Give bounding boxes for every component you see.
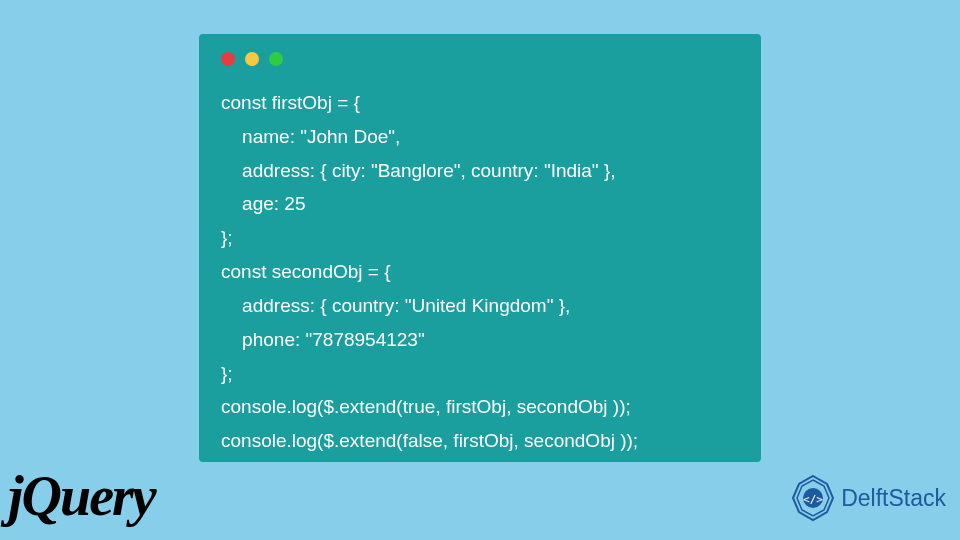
delftstack-logo: </> DelftStack <box>789 474 946 522</box>
window-buttons <box>221 52 739 66</box>
code-window: const firstObj = { name: "John Doe", add… <box>199 34 761 462</box>
code-content: const firstObj = { name: "John Doe", add… <box>221 86 739 458</box>
delftstack-icon: </> <box>789 474 837 522</box>
minimize-icon <box>245 52 259 66</box>
delftstack-text: DelftStack <box>841 485 946 512</box>
jquery-logo: jQuery <box>8 464 155 528</box>
maximize-icon <box>269 52 283 66</box>
close-icon <box>221 52 235 66</box>
svg-text:</>: </> <box>803 493 823 506</box>
